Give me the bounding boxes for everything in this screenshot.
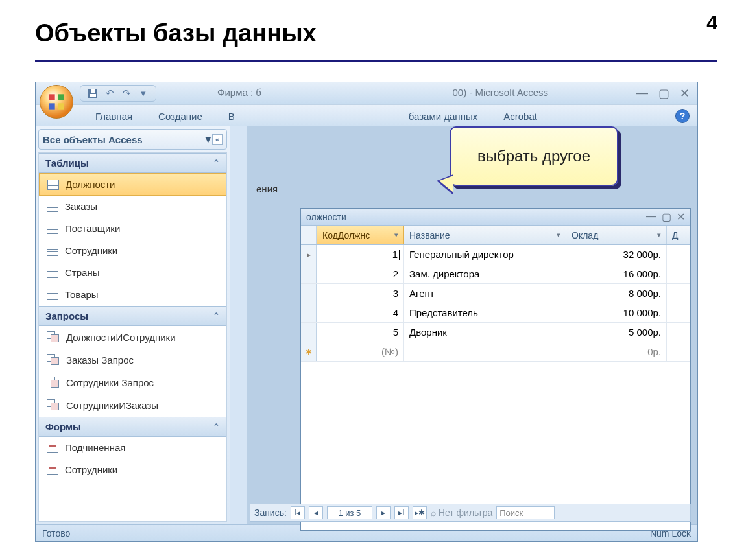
nav-item-table[interactable]: Страны xyxy=(39,262,226,284)
nav-item-form[interactable]: Подчиненная xyxy=(39,437,226,459)
cell-salary[interactable]: 5 000р. xyxy=(566,323,667,342)
column-extra[interactable]: Д xyxy=(667,226,690,244)
column-salary-label: Оклад xyxy=(572,230,598,240)
cell-id[interactable]: 1 xyxy=(317,245,404,264)
slide-number: 4 xyxy=(706,12,717,34)
row-selector[interactable] xyxy=(301,323,317,342)
nav-item-label: Заказы Запрос xyxy=(66,355,134,366)
table-row[interactable]: 2Зам. директора16 000р. xyxy=(301,264,690,284)
help-button[interactable]: ? xyxy=(675,109,690,123)
cell-name[interactable]: Представитель xyxy=(404,303,566,322)
cell-name[interactable]: Агент xyxy=(404,284,566,303)
column-name-dropdown-icon[interactable]: ▾ xyxy=(557,231,560,239)
table-row-new[interactable]: (№)0р. xyxy=(301,342,690,362)
nav-collapse-button[interactable]: « xyxy=(212,134,223,145)
cell-salary[interactable]: 10 000р. xyxy=(566,303,667,322)
minimize-button[interactable]: — xyxy=(634,86,651,100)
office-button[interactable] xyxy=(40,85,73,119)
row-selector[interactable] xyxy=(301,284,317,303)
column-id-dropdown-icon[interactable]: ▾ xyxy=(394,231,398,239)
cell-name[interactable]: Зам. директора xyxy=(404,264,566,283)
redo-icon[interactable]: ↷ xyxy=(121,88,132,99)
tab-database-tools-partial[interactable]: базами данных xyxy=(405,107,481,126)
nav-group-query[interactable]: Запросы⌃ xyxy=(39,306,226,326)
nav-item-query[interactable]: Заказы Запрос xyxy=(39,349,226,371)
cell-id[interactable]: 5 xyxy=(317,323,404,342)
filter-label: Нет фильтра xyxy=(439,508,492,518)
nav-item-table[interactable]: Должности xyxy=(39,173,226,196)
nav-item-label: Поставщики xyxy=(65,223,120,234)
nav-item-table[interactable]: Товары xyxy=(39,284,226,306)
recnav-position[interactable]: 1 из 5 xyxy=(327,506,372,519)
cell-id[interactable]: 2 xyxy=(317,264,404,283)
datasheet-titlebar: олжности — ▢ ✕ xyxy=(301,209,690,226)
cell-extra[interactable] xyxy=(667,245,690,264)
column-salary[interactable]: Оклад ▾ xyxy=(566,226,667,244)
select-all-cell[interactable] xyxy=(301,226,317,244)
column-salary-dropdown-icon[interactable]: ▾ xyxy=(657,231,661,239)
column-name-label: Название xyxy=(409,230,450,240)
cell-id[interactable]: (№) xyxy=(317,342,404,361)
cell-name[interactable]: Генеральный директор xyxy=(404,245,566,264)
nav-group-form[interactable]: Формы⌃ xyxy=(39,417,226,437)
nav-item-form[interactable]: Сотрудники xyxy=(39,459,226,481)
close-button[interactable]: ✕ xyxy=(677,86,692,100)
mdi-minimize[interactable]: — xyxy=(646,211,656,223)
nav-item-table[interactable]: Заказы xyxy=(39,196,226,218)
nav-pane-header[interactable]: Все объекты Access ▾ « xyxy=(38,129,227,150)
recnav-next[interactable]: ▸ xyxy=(376,506,391,519)
table-row[interactable]: 4Представитель10 000р. xyxy=(301,303,690,323)
table-row[interactable]: 3Агент8 000р. xyxy=(301,284,690,303)
column-name[interactable]: Название ▾ xyxy=(404,226,566,244)
cell-name[interactable] xyxy=(404,342,566,361)
navigation-pane: Все объекты Access ▾ « Таблицы⌃Должности… xyxy=(36,126,230,524)
recnav-first[interactable]: I◂ xyxy=(291,506,305,519)
row-selector[interactable]: ▸ xyxy=(301,245,317,264)
cell-extra[interactable] xyxy=(667,284,690,303)
nav-item-query[interactable]: СотрудникиИЗаказы xyxy=(39,394,226,417)
cell-extra[interactable] xyxy=(667,323,690,342)
table-row[interactable]: 5Дворник5 000р. xyxy=(301,323,690,342)
mdi-close[interactable]: ✕ xyxy=(677,211,685,223)
maximize-button[interactable]: ▢ xyxy=(656,86,672,100)
undo-icon[interactable]: ↶ xyxy=(104,88,115,99)
cell-salary[interactable]: 16 000р. xyxy=(566,264,667,283)
tab-external-partial[interactable]: В xyxy=(224,107,239,126)
cell-id[interactable]: 4 xyxy=(317,303,404,322)
recnav-filter[interactable]: ⌕ Нет фильтра xyxy=(431,508,492,518)
save-icon[interactable] xyxy=(87,88,99,99)
nav-item-query[interactable]: Сотрудники Запрос xyxy=(39,371,226,394)
query-icon xyxy=(47,399,60,411)
nav-body: Таблицы⌃ДолжностиЗаказыПоставщикиСотрудн… xyxy=(38,152,227,522)
row-selector-new[interactable] xyxy=(301,342,317,361)
nav-item-table[interactable]: Сотрудники xyxy=(39,240,226,262)
cell-extra[interactable] xyxy=(667,342,690,361)
recnav-prev[interactable]: ◂ xyxy=(309,506,323,519)
tab-acrobat[interactable]: Acrobat xyxy=(499,107,541,126)
cell-extra[interactable] xyxy=(667,264,690,283)
cell-extra[interactable] xyxy=(667,303,690,322)
tab-home[interactable]: Главная xyxy=(91,107,136,126)
quick-access-toolbar: ↶ ↷ ▾ xyxy=(80,85,156,102)
column-id[interactable]: КодДолжнс ▾ xyxy=(317,226,404,244)
tab-create[interactable]: Создание xyxy=(154,107,206,126)
row-selector[interactable] xyxy=(301,303,317,322)
recnav-new[interactable]: ▸✱ xyxy=(413,506,427,519)
nav-dropdown-icon[interactable]: ▾ xyxy=(206,134,211,145)
qat-dropdown-icon[interactable]: ▾ xyxy=(138,88,149,99)
cell-salary[interactable]: 0р. xyxy=(566,342,667,361)
nav-item-query[interactable]: ДолжностиИСотрудники xyxy=(39,326,226,349)
recnav-last[interactable]: ▸I xyxy=(394,506,409,519)
mdi-maximize[interactable]: ▢ xyxy=(662,211,671,223)
nav-shutter[interactable] xyxy=(230,126,247,524)
row-selector[interactable] xyxy=(301,264,317,283)
recnav-search[interactable]: Поиск xyxy=(496,506,555,519)
table-row[interactable]: ▸1Генеральный директор32 000р. xyxy=(301,245,690,264)
cell-salary[interactable]: 8 000р. xyxy=(566,284,667,303)
cell-name[interactable]: Дворник xyxy=(404,323,566,342)
table-icon xyxy=(47,224,58,234)
cell-salary[interactable]: 32 000р. xyxy=(566,245,667,264)
nav-group-table[interactable]: Таблицы⌃ xyxy=(39,153,226,173)
cell-id[interactable]: 3 xyxy=(317,284,404,303)
nav-item-table[interactable]: Поставщики xyxy=(39,218,226,240)
